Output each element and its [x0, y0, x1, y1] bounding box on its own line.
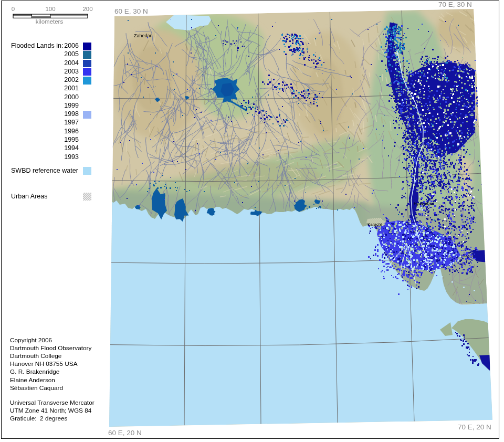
svg-text:0: 0 [12, 6, 15, 12]
svg-text:200: 200 [82, 6, 92, 12]
svg-text:kilometers: kilometers [36, 18, 64, 25]
svg-text:100: 100 [45, 6, 55, 12]
